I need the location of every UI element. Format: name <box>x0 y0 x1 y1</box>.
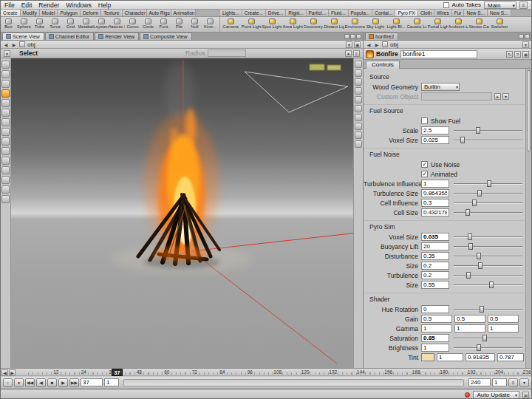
frame-increment-field[interactable] <box>492 378 507 386</box>
pane-split-icon[interactable] <box>344 34 349 39</box>
shelf-tab[interactable]: Animation <box>171 10 196 16</box>
scale-slider[interactable] <box>454 126 522 134</box>
display-option-icon[interactable] <box>355 69 362 77</box>
gain-b-field[interactable] <box>488 315 519 323</box>
timeline-ruler[interactable]: ◀ ▶ 122436486072849610812013214415616818… <box>1 368 531 376</box>
prev-key-icon[interactable]: ◀ <box>1 369 8 376</box>
display-option-icon[interactable] <box>355 87 362 95</box>
viewport-tool-icon[interactable] <box>1 61 10 69</box>
shelf-tab[interactable]: Polygon <box>58 10 81 16</box>
viewport-canvas[interactable] <box>11 58 353 368</box>
viewport-tool-icon[interactable] <box>1 118 10 126</box>
path-forward-icon[interactable]: ▶ <box>374 42 380 47</box>
shelf-tab[interactable]: New S... <box>488 10 511 16</box>
transport-button[interactable]: ▶▶ <box>69 378 79 387</box>
viewport-tool-icon[interactable] <box>1 128 10 136</box>
shelf-tool[interactable]: Grid <box>63 17 78 32</box>
playbar-scrub-area[interactable] <box>123 379 464 386</box>
auto-update-dropdown[interactable]: Auto Update <box>473 391 519 399</box>
mode-menu-icon[interactable]: ▾ <box>4 50 10 57</box>
gamma-g-field[interactable] <box>454 324 485 332</box>
shelf-tab[interactable]: Particl... <box>307 10 329 16</box>
shelf-tab[interactable]: Contai... <box>372 10 395 16</box>
shelf-tool[interactable]: Portal Light <box>427 17 448 32</box>
shelf-tab[interactable]: Fur <box>452 10 465 16</box>
shelf-tab[interactable]: Pyro FX <box>395 10 417 16</box>
menu-item[interactable]: File <box>4 1 15 9</box>
shelf-tab[interactable]: Create <box>1 10 21 16</box>
shelf-tool[interactable]: Stereo Ca... <box>468 17 489 32</box>
disturbance-size-field[interactable] <box>421 262 449 270</box>
tab-controls[interactable]: Controls <box>366 61 400 69</box>
shelf-tab[interactable]: Texture <box>101 10 122 16</box>
shelf-tool[interactable]: Switcher <box>489 17 510 32</box>
current-frame-field[interactable] <box>81 378 103 386</box>
memory-monitor-icon[interactable]: ⊞ <box>522 392 529 398</box>
shelf-tab[interactable]: Deform <box>81 10 101 16</box>
pane-maximize-icon[interactable] <box>525 34 530 39</box>
shelf-tool[interactable]: Torus <box>47 17 63 32</box>
node-chooser-icon[interactable]: ▸ <box>494 93 501 100</box>
shelf-tab[interactable]: Model <box>40 10 58 16</box>
shelf-tool[interactable]: Box <box>1 17 16 32</box>
viewport-tool-icon[interactable] <box>1 157 10 165</box>
gain-r-field[interactable] <box>421 315 452 323</box>
menu-item[interactable]: Render <box>38 1 59 9</box>
viewport-tool-icon[interactable] <box>1 185 10 194</box>
display-option-icon[interactable] <box>355 132 362 139</box>
disturbance-size-slider[interactable] <box>454 262 522 270</box>
shelf-tool[interactable]: Ambient Li... <box>448 17 468 32</box>
select-options-icon[interactable]: ≡ <box>353 50 360 57</box>
shelf-tool[interactable]: Null <box>187 17 202 32</box>
shelf-tool[interactable]: Tube <box>32 17 47 32</box>
brightness-slider[interactable] <box>454 344 522 352</box>
pane-close-icon[interactable] <box>356 34 361 39</box>
viewport-tool-icon[interactable] <box>1 109 10 117</box>
gamma-b-field[interactable] <box>488 324 519 332</box>
tint-color-swatch[interactable] <box>421 353 434 361</box>
display-option-icon[interactable] <box>355 114 362 121</box>
turbulence-influence-field[interactable] <box>421 180 449 188</box>
record-icon[interactable]: ● <box>14 378 24 387</box>
shelf-tab[interactable]: Create... <box>242 10 266 16</box>
gamma-r-field[interactable] <box>421 324 452 332</box>
path-display[interactable]: obj <box>390 41 398 48</box>
viewport-tool-icon[interactable] <box>1 166 10 174</box>
cell-influence-field[interactable] <box>421 199 449 207</box>
viewport-tool-icon[interactable] <box>1 70 10 78</box>
shelf-tool[interactable]: Spot Light <box>262 17 282 32</box>
menu-item[interactable]: Edit <box>21 1 33 9</box>
viewport-tool-icon[interactable] <box>1 99 10 107</box>
saturation-slider[interactable] <box>454 334 522 342</box>
pane-tab[interactable]: Channel Editor <box>45 33 94 40</box>
pin-icon[interactable]: ◉ <box>354 41 361 48</box>
tint-r-field[interactable] <box>437 353 463 361</box>
audio-toggle-icon[interactable]: ♪ <box>3 378 13 387</box>
tint-g-field[interactable] <box>466 353 495 361</box>
gain-g-field[interactable] <box>454 315 485 323</box>
shelf-tool[interactable]: Light Bl... <box>386 17 406 32</box>
disturbance-field[interactable] <box>421 252 449 260</box>
pyro-voxel-size-field[interactable] <box>421 233 449 241</box>
hue-rotation-field[interactable] <box>421 305 449 313</box>
hue-rotation-slider[interactable] <box>454 305 522 313</box>
saturation-field[interactable] <box>421 334 449 342</box>
menu-item[interactable]: Help <box>98 1 111 9</box>
display-option-icon[interactable] <box>355 105 362 112</box>
viewport-tool-icon[interactable] <box>1 89 10 98</box>
pane-split-icon[interactable] <box>519 34 524 39</box>
cell-size-field[interactable] <box>421 208 449 216</box>
pane-tab[interactable]: Composite View <box>140 33 191 40</box>
shelf-tab[interactable]: New S... <box>464 10 488 16</box>
path-display[interactable]: obj <box>27 41 35 48</box>
recook-icon[interactable]: ↻ <box>506 51 513 58</box>
turbulence-size-field[interactable] <box>421 189 449 197</box>
display-option-icon[interactable] <box>355 140 362 148</box>
pyro-turbulence-field[interactable] <box>421 271 449 279</box>
use-noise-checkbox[interactable] <box>421 161 428 168</box>
pyro-voxel-size-slider[interactable] <box>454 233 522 241</box>
fuel-voxel-size-field[interactable] <box>421 136 449 144</box>
display-option-icon[interactable] <box>355 61 362 68</box>
node-name-field[interactable] <box>400 50 477 58</box>
transport-button[interactable]: ▶ <box>58 378 68 387</box>
